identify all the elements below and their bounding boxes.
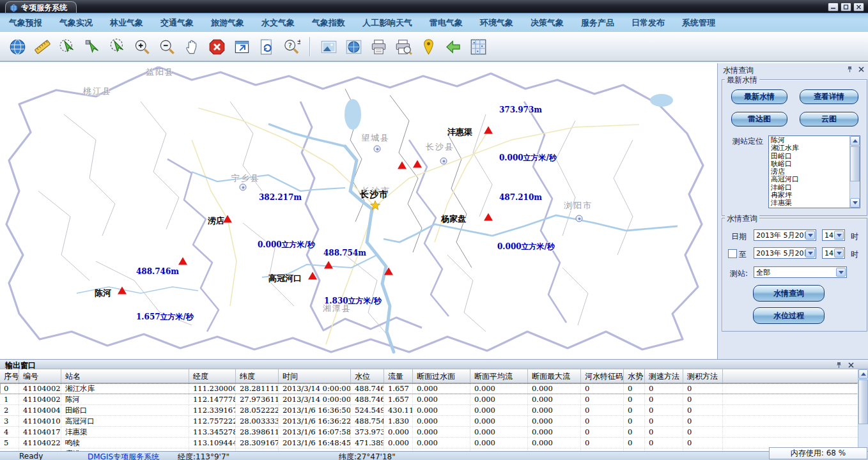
menu-item-3[interactable]: 交通气象 <box>160 17 194 29</box>
table-row[interactable]: 441104017沣惠渠113.34527828.3986112013/1/6 … <box>0 427 858 438</box>
station-marker-icon[interactable] <box>484 213 493 220</box>
date-from-dropdown-icon[interactable] <box>805 231 815 240</box>
menu-item-1[interactable]: 气象实况 <box>59 17 93 29</box>
window-export-icon[interactable] <box>232 37 251 56</box>
column-header-12[interactable]: 水势 <box>624 369 645 383</box>
menu-item-0[interactable]: 气象预报 <box>9 17 42 29</box>
minimize-icon[interactable] <box>828 3 839 12</box>
map-view[interactable]: 益阳县桃江县宁乡县望城县长沙县长沙市浏阳市湘潭县长沙市陈河涝店高冠河口沣惠渠杨家… <box>0 63 717 359</box>
station-list-item-5[interactable]: 高冠河口 <box>770 176 849 183</box>
station-marker-icon[interactable] <box>118 286 127 294</box>
station-list-item-8[interactable]: 沣惠渠 <box>770 199 849 207</box>
column-header-4[interactable]: 纬度 <box>236 369 279 383</box>
select-arrow-icon[interactable] <box>82 37 102 56</box>
column-header-1[interactable]: 编号 <box>19 369 61 383</box>
date-to-select[interactable]: 2013年 5月20日 <box>754 247 816 259</box>
station-marker-icon[interactable] <box>324 261 333 268</box>
station-marker-icon[interactable] <box>384 267 393 275</box>
listbox-scrollbar[interactable] <box>849 136 860 208</box>
water-query-button[interactable]: 水情查询 <box>753 285 825 302</box>
column-header-9[interactable]: 断面平均流 <box>470 369 528 383</box>
station-dropdown-icon[interactable] <box>836 268 846 277</box>
back-icon[interactable] <box>444 37 463 56</box>
menu-item-10[interactable]: 决策气象 <box>531 17 564 29</box>
identify-icon[interactable]: ?± <box>282 37 301 56</box>
view-details-button[interactable]: 查看详情 <box>800 89 858 104</box>
select-circle-icon[interactable] <box>58 37 77 56</box>
column-header-7[interactable]: 流量 <box>384 369 413 383</box>
station-select[interactable]: 全部 <box>754 266 847 278</box>
column-header-2[interactable]: 站名 <box>61 369 189 383</box>
water-level-process-button[interactable]: 水位过程 <box>753 307 825 324</box>
menu-item-5[interactable]: 水文气象 <box>261 17 295 29</box>
column-header-13[interactable]: 测速方法 <box>645 369 683 383</box>
refresh-icon[interactable] <box>257 37 276 56</box>
hour-from-dropdown-icon[interactable] <box>834 231 844 240</box>
world-image-icon[interactable] <box>344 37 363 56</box>
pan-icon[interactable] <box>182 37 201 56</box>
grid-map-icon[interactable] <box>469 37 488 56</box>
output-scroll-up-icon[interactable] <box>858 369 868 379</box>
table-row[interactable]: 141104002陈河112.14777827.9736112013/3/14 … <box>0 394 858 405</box>
scroll-thumb[interactable] <box>850 146 860 181</box>
station-marker-icon[interactable] <box>178 257 187 264</box>
print-preview-icon[interactable] <box>394 37 413 56</box>
station-marker-icon[interactable] <box>413 160 422 167</box>
hour-to-select[interactable]: 14 <box>822 247 845 259</box>
stop-icon[interactable] <box>207 37 226 56</box>
output-scroll-thumb[interactable] <box>858 379 868 424</box>
latest-water-button[interactable]: 最新水情 <box>731 89 787 104</box>
panel-close-icon[interactable] <box>857 65 865 73</box>
column-header-5[interactable]: 时间 <box>279 369 351 383</box>
hour-from-select[interactable]: 14 <box>822 229 845 241</box>
station-marker-icon[interactable] <box>398 161 407 169</box>
to-date-checkbox[interactable] <box>728 249 737 258</box>
select-lasso-icon[interactable] <box>107 37 127 56</box>
locate-pin-icon[interactable] <box>419 37 438 56</box>
zoom-in-icon[interactable] <box>132 37 151 56</box>
station-marker-icon[interactable] <box>308 272 317 279</box>
station-marker-icon[interactable] <box>484 126 493 134</box>
table-row[interactable]: 541104022鸣犊113.10944428.3091672013/1/6 1… <box>0 438 858 448</box>
measure-icon[interactable] <box>33 37 52 56</box>
cloud-image-button[interactable]: 云图 <box>800 112 858 126</box>
menu-item-13[interactable]: 系统管理 <box>682 17 715 29</box>
column-header-10[interactable]: 断面最大流 <box>528 369 581 383</box>
hour-to-dropdown-icon[interactable] <box>834 249 844 257</box>
scroll-down-icon[interactable] <box>850 198 860 208</box>
station-marker-icon[interactable] <box>223 215 232 222</box>
station-listbox[interactable]: 陈河湘江水库田峪口耿峪口涝店高冠河口沣峪口冉家坪沣惠渠 <box>768 135 860 208</box>
column-header-8[interactable]: 断面过水面 <box>413 369 470 383</box>
column-header-3[interactable]: 经度 <box>189 369 236 383</box>
menu-item-11[interactable]: 服务产品 <box>581 17 614 29</box>
output-pin-icon[interactable] <box>835 361 843 369</box>
image-export-icon[interactable] <box>319 37 338 56</box>
maximize-icon[interactable] <box>841 3 851 12</box>
zoom-out-icon[interactable] <box>157 37 176 56</box>
table-row[interactable]: 041104002湘江水库111.23000028.2811112013/3/1… <box>0 383 858 394</box>
menu-item-2[interactable]: 林业气象 <box>110 17 143 29</box>
radar-chart-button[interactable]: 雷达图 <box>731 112 787 126</box>
menu-item-4[interactable]: 旅游气象 <box>211 17 244 29</box>
table-row[interactable]: 341104010高冠河口112.75722228.0033332013/1/6… <box>0 416 858 427</box>
column-header-6[interactable]: 水位 <box>351 369 384 383</box>
globe-icon[interactable] <box>8 37 27 56</box>
close-icon[interactable] <box>853 3 864 12</box>
table-row[interactable]: 241104004田峪口112.33916728.0522222013/1/6 … <box>0 405 858 416</box>
pin-icon[interactable] <box>846 65 854 73</box>
station-list-item-1[interactable]: 湘江水库 <box>770 144 849 152</box>
print-icon[interactable] <box>369 37 388 56</box>
menu-item-8[interactable]: 雷电气象 <box>430 17 463 29</box>
column-header-11[interactable]: 河水特征码 <box>581 369 624 383</box>
menu-item-9[interactable]: 环境气象 <box>480 17 513 29</box>
date-from-select[interactable]: 2013年 5月20日 <box>754 229 816 241</box>
column-header-14[interactable]: 测积方法 <box>683 369 723 383</box>
menu-item-6[interactable]: 气象指数 <box>312 17 345 29</box>
menu-item-12[interactable]: 日常发布 <box>632 17 665 29</box>
menu-item-7[interactable]: 人工影响天气 <box>362 17 412 29</box>
column-header-0[interactable]: 序号 <box>0 369 19 383</box>
output-scrollbar[interactable] <box>858 369 868 460</box>
date-to-dropdown-icon[interactable] <box>805 249 815 257</box>
output-close-icon[interactable] <box>847 361 855 369</box>
scroll-up-icon[interactable] <box>850 136 860 146</box>
